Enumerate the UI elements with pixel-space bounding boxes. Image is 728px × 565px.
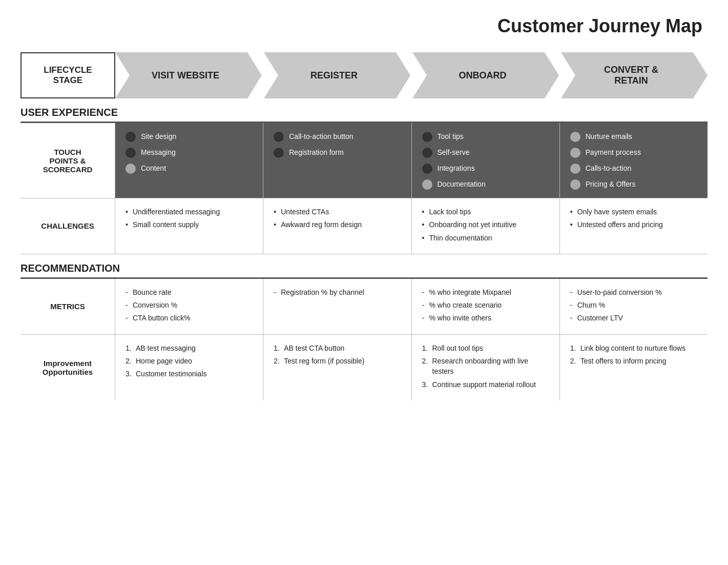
stage-register: REGISTER xyxy=(264,52,410,98)
dot-icon xyxy=(422,164,432,174)
list-item: Churn % xyxy=(570,300,697,310)
touch-points-row: TOUCH POINTS & SCORECARD Site design Mes… xyxy=(20,123,708,198)
dot-icon xyxy=(422,179,432,190)
touch-item: Tool tips xyxy=(422,131,549,142)
list-item: Undifferentiated messaging xyxy=(126,207,253,217)
dot-icon xyxy=(570,148,580,158)
challenges-cell-2: Untested CTAs Awkward reg form design xyxy=(263,198,411,254)
touch-item: Pricing & Offers xyxy=(570,179,697,190)
dot-icon xyxy=(422,148,432,158)
stage-onboard: ONBOARD xyxy=(412,52,559,98)
list-item: Untested offers and pricing xyxy=(570,219,697,230)
list-item: 3.Continue support material rollout xyxy=(422,379,549,390)
list-item: Lack tool tips xyxy=(422,207,549,217)
stage-convert-retain: CONVERT & RETAIN xyxy=(561,52,708,98)
touch-points-cell-2: Call-to-action button Registration form xyxy=(263,123,411,198)
metrics-cell-4: User-to-paid conversion % Churn % Custom… xyxy=(560,279,708,334)
metrics-label: METRICS xyxy=(20,279,115,334)
metrics-list-1: Bounce rate Conversion % CTA button clic… xyxy=(126,287,253,324)
metrics-cell-3: % who integrate Mixpanel % who create sc… xyxy=(412,279,560,334)
improvements-cell-3: 1.Roll out tool tips 2.Research onboardi… xyxy=(412,335,560,400)
metrics-cell-2: Registration % by channel xyxy=(263,279,411,334)
touch-points-cell-1: Site design Messaging Content xyxy=(115,123,263,198)
improvements-row: Improvement Opportunities 1.AB test mess… xyxy=(20,335,708,400)
dot-icon xyxy=(570,132,580,142)
page-title: Customer Journey Map xyxy=(20,15,708,37)
dot-icon xyxy=(126,148,136,158)
list-item: Conversion % xyxy=(126,300,253,310)
list-item: Thin documentation xyxy=(422,233,549,243)
list-item: 1.Roll out tool tips xyxy=(422,343,549,353)
touch-item: Calls-to-action xyxy=(570,163,697,174)
improvements-cell-4: 1.Link blog content to nurture flows 2.T… xyxy=(560,335,708,400)
list-item: 3.Customer testimonials xyxy=(126,369,253,379)
metrics-list-3: % who integrate Mixpanel % who create sc… xyxy=(422,287,549,324)
challenges-label: CHALLENGES xyxy=(20,198,115,254)
touch-item: Payment process xyxy=(570,147,697,158)
lifecycle-row: LIFECYCLE STAGE VISIT WEBSITE REGISTER O… xyxy=(20,52,708,98)
improvements-list-2: 1.AB test CTA button 2.Test reg form (if… xyxy=(274,343,401,367)
list-item: % who invite others xyxy=(422,313,549,323)
dot-icon xyxy=(570,179,580,190)
list-item: Bounce rate xyxy=(126,287,253,297)
dot-icon xyxy=(274,148,284,158)
metrics-list-4: User-to-paid conversion % Churn % Custom… xyxy=(570,287,697,324)
challenges-list-3: Lack tool tips Onboarding not yet intuit… xyxy=(422,207,549,243)
list-item: 2.Test offers to inform pricing xyxy=(570,356,697,366)
challenges-list-4: Only have system emails Untested offers … xyxy=(570,207,697,230)
list-item: % who create scenario xyxy=(422,300,549,310)
list-item: 2.Test reg form (if possible) xyxy=(274,356,401,366)
improvements-list-3: 1.Roll out tool tips 2.Research onboardi… xyxy=(422,343,549,390)
recommendation-label: RECOMMENDATION xyxy=(20,263,120,274)
touch-item: Integrations xyxy=(422,163,549,174)
list-item: CTA button click% xyxy=(126,313,253,323)
list-item: Untested CTAs xyxy=(274,207,401,217)
touch-item: Call-to-action button xyxy=(274,131,401,142)
challenges-list-1: Undifferentiated messaging Small content… xyxy=(126,207,253,230)
improvements-label: Improvement Opportunities xyxy=(20,335,115,400)
lifecycle-label: LIFECYCLE STAGE xyxy=(20,52,115,98)
challenges-row: CHALLENGES Undifferentiated messaging Sm… xyxy=(20,198,708,254)
challenges-list-2: Untested CTAs Awkward reg form design xyxy=(274,207,401,230)
improvements-cell-2: 1.AB test CTA button 2.Test reg form (if… xyxy=(263,335,411,400)
touch-item: Content xyxy=(126,163,253,174)
dot-icon xyxy=(274,132,284,142)
touch-points-cell-4: Nurture emails Payment process Calls-to-… xyxy=(560,123,708,198)
stage-visit-website: VISIT WEBSITE xyxy=(115,52,262,98)
touch-item: Site design xyxy=(126,131,253,142)
touch-points-cell-3: Tool tips Self-serve Integrations Docume… xyxy=(412,123,560,198)
touch-item: Nurture emails xyxy=(570,131,697,142)
improvements-cell-1: 1.AB test messaging 2.Home page video 3.… xyxy=(115,335,263,400)
list-item: 1.Link blog content to nurture flows xyxy=(570,343,697,353)
list-item: Customer LTV xyxy=(570,313,697,323)
list-item: Only have system emails xyxy=(570,207,697,217)
list-item: 1.AB test CTA button xyxy=(274,343,401,353)
list-item: Onboarding not yet intuitive xyxy=(422,219,549,230)
list-item: User-to-paid conversion % xyxy=(570,287,697,297)
dot-icon xyxy=(422,132,432,142)
list-item: 2.Research onboarding with live testers xyxy=(422,356,549,377)
improvements-list-4: 1.Link blog content to nurture flows 2.T… xyxy=(570,343,697,367)
metrics-list-2: Registration % by channel xyxy=(274,287,401,297)
challenges-cell-3: Lack tool tips Onboarding not yet intuit… xyxy=(412,198,560,254)
list-item: Small content supply xyxy=(126,219,253,230)
dot-icon xyxy=(570,164,580,174)
challenges-cell-1: Undifferentiated messaging Small content… xyxy=(115,198,263,254)
list-item: 2.Home page video xyxy=(126,356,253,366)
user-experience-section: USER EXPERIENCE xyxy=(20,104,708,123)
list-item: Registration % by channel xyxy=(274,287,401,297)
touch-item: Messaging xyxy=(126,147,253,158)
dot-icon xyxy=(126,132,136,142)
touch-item: Registration form xyxy=(274,147,401,158)
list-item: % who integrate Mixpanel xyxy=(422,287,549,297)
improvements-list-1: 1.AB test messaging 2.Home page video 3.… xyxy=(126,343,253,379)
list-item: Awkward reg form design xyxy=(274,219,401,230)
touch-points-label: TOUCH POINTS & SCORECARD xyxy=(20,123,115,198)
challenges-cell-4: Only have system emails Untested offers … xyxy=(560,198,708,254)
metrics-cell-1: Bounce rate Conversion % CTA button clic… xyxy=(115,279,263,334)
touch-item: Documentation xyxy=(422,179,549,190)
touch-item: Self-serve xyxy=(422,147,549,158)
list-item: 1.AB test messaging xyxy=(126,343,253,353)
metrics-row: METRICS Bounce rate Conversion % CTA but… xyxy=(20,279,708,335)
recommendation-section: RECOMMENDATION xyxy=(20,259,708,279)
